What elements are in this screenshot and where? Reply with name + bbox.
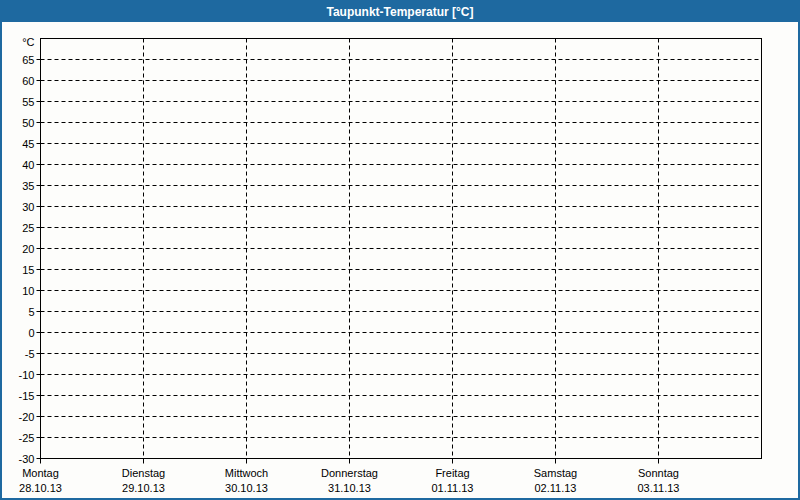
y-tick-label: 25 xyxy=(22,222,34,234)
y-tick-label: 20 xyxy=(22,243,34,255)
chart-window: Taupunkt-Temperatur [°C] 656055504540353… xyxy=(0,0,800,500)
title-bar: Taupunkt-Temperatur [°C] xyxy=(2,2,798,22)
y-tick-label: -20 xyxy=(19,411,35,423)
y-tick-label: 40 xyxy=(22,159,34,171)
y-tick-label: 55 xyxy=(22,96,34,108)
y-tick-label: 5 xyxy=(28,306,34,318)
y-tick-label: 0 xyxy=(28,327,34,339)
y-tick-label: 10 xyxy=(22,285,34,297)
x-weekday-label: Montag xyxy=(22,467,59,479)
chart-title: Taupunkt-Temperatur [°C] xyxy=(326,5,473,19)
x-weekday-label: Sonntag xyxy=(638,467,679,479)
y-tick-label: 65 xyxy=(22,54,34,66)
y-tick-label: 45 xyxy=(22,138,34,150)
y-tick-label: -10 xyxy=(19,369,35,381)
y-axis-unit-label: °C xyxy=(22,36,34,48)
y-tick-label: -5 xyxy=(25,348,35,360)
y-tick-label: 15 xyxy=(22,264,34,276)
x-weekday-label: Samstag xyxy=(534,467,577,479)
y-tick-label: -30 xyxy=(19,453,35,465)
x-date-label: 29.10.13 xyxy=(122,482,165,494)
x-date-label: 31.10.13 xyxy=(328,482,371,494)
y-tick-label: -15 xyxy=(19,390,35,402)
chart-canvas: 65605550454035302520151050-5-10-15-20-25… xyxy=(2,22,798,496)
x-date-label: 30.10.13 xyxy=(225,482,268,494)
x-date-label: 03.11.13 xyxy=(637,482,679,494)
x-date-label: 01.11.13 xyxy=(431,482,473,494)
x-date-label: 02.11.13 xyxy=(534,482,576,494)
x-weekday-label: Freitag xyxy=(435,467,469,479)
x-weekday-label: Mittwoch xyxy=(225,467,268,479)
x-weekday-label: Dienstag xyxy=(122,467,165,479)
y-tick-label: 60 xyxy=(22,75,34,87)
x-date-label: 28.10.13 xyxy=(19,482,62,494)
y-tick-label: -25 xyxy=(19,432,35,444)
y-tick-label: 50 xyxy=(22,117,34,129)
y-tick-label: 35 xyxy=(22,180,34,192)
y-tick-label: 30 xyxy=(22,201,34,213)
x-weekday-label: Donnerstag xyxy=(321,467,378,479)
